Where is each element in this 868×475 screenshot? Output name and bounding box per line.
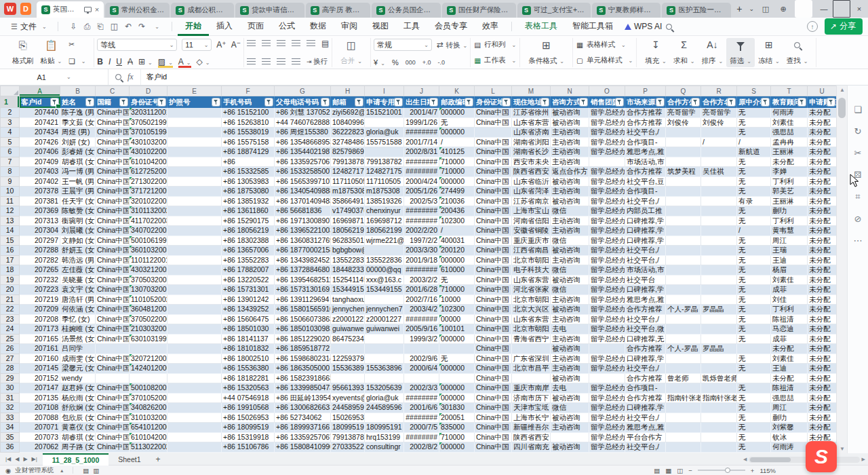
new-document-tab-button[interactable]: +: [732, 3, 746, 14]
clear-format-button[interactable]: ◇⌄: [197, 57, 210, 66]
cell[interactable]: 社交平台,/: [625, 314, 666, 324]
cell[interactable]: 留学总经办: [589, 196, 625, 206]
cell[interactable]: 未分配: [808, 196, 837, 206]
cell[interactable]: China中国: [96, 108, 130, 118]
cell[interactable]: 留学总经办: [589, 314, 625, 324]
cell[interactable]: [666, 285, 701, 295]
cell[interactable]: 合作方推荐: [625, 373, 666, 383]
cell[interactable]: 500108200203035125: [130, 383, 167, 394]
cell[interactable]: 胡睿琪 (女: [60, 432, 96, 442]
cell[interactable]: [167, 423, 222, 433]
cell[interactable]: 155363896: [365, 364, 404, 374]
cell[interactable]: 被动咨询: [551, 442, 589, 453]
cell[interactable]: 留学总经办: [589, 167, 625, 177]
cell[interactable]: China中国: [475, 235, 512, 246]
filter-dropdown-icon[interactable]: [827, 98, 835, 106]
row-number[interactable]: 28: [1, 364, 20, 374]
system-label-chevron-icon[interactable]: ▴: [60, 468, 63, 474]
cell[interactable]: 124827175: [365, 167, 404, 177]
cell[interactable]: 207402: [20, 176, 60, 187]
more-icon[interactable]: ⋯: [854, 235, 863, 246]
decrease-font-icon[interactable]: A⁻: [231, 40, 241, 50]
cell[interactable]: 未分配: [808, 265, 837, 276]
cell[interactable]: 2001/4/7: [404, 108, 439, 118]
cell[interactable]: 207369: [20, 206, 60, 216]
cell[interactable]: 合作方推荐: [625, 108, 666, 118]
cell[interactable]: 180995191: [365, 423, 404, 433]
cell-style-button[interactable]: ▢单元格样式⌄: [574, 55, 635, 66]
cell[interactable]: +86 56681836: [275, 206, 331, 216]
table-style-button[interactable]: ▦表格样式⌄: [574, 39, 635, 50]
cell[interactable]: [96, 344, 130, 354]
header-cell[interactable]: 邮箱: [331, 96, 365, 108]
cell[interactable]: 北京大兴区: [512, 305, 551, 315]
cell[interactable]: 未分配: [808, 314, 837, 324]
cell[interactable]: [96, 373, 130, 383]
cell[interactable]: [737, 344, 771, 354]
cell[interactable]: 成雨雯 (女: [60, 354, 96, 364]
row-number[interactable]: 2: [1, 108, 20, 118]
cell[interactable]: 王丽淋: [771, 196, 808, 206]
filter-dropdown-icon[interactable]: [616, 98, 623, 106]
cell[interactable]: 被动咨询: [551, 393, 589, 403]
cell[interactable]: 184482332: [331, 265, 365, 276]
cell[interactable]: 无: [737, 265, 771, 276]
cell[interactable]: China中国: [96, 255, 130, 265]
cell[interactable]: [167, 324, 222, 335]
cell[interactable]: China中国: [96, 432, 130, 442]
cell[interactable]: 102300: [439, 305, 475, 315]
cell[interactable]: 刘妍 (女): [60, 137, 96, 147]
cell[interactable]: 口碑推荐,无: [625, 334, 666, 344]
cell[interactable]: ziyi5692@: [331, 108, 365, 118]
menu-item-4[interactable]: 数据: [302, 17, 334, 35]
cell[interactable]: 合作项目-: [625, 137, 666, 147]
cell[interactable]: /: [701, 137, 737, 147]
cell[interactable]: 207313: [20, 216, 60, 226]
cell[interactable]: China中国: [96, 157, 130, 167]
cell[interactable]: 150269534: [331, 413, 365, 423]
cell[interactable]: 无: [737, 255, 771, 265]
cell[interactable]: 凯烁曾老师: [701, 373, 737, 383]
cell[interactable]: 207173: [20, 324, 60, 335]
cell[interactable]: 207265: [20, 265, 60, 276]
cell[interactable]: 去电: [551, 383, 589, 394]
italic-button[interactable]: I: [108, 57, 111, 66]
cell[interactable]: 重庆重庆市: [512, 235, 551, 246]
pane-icon[interactable]: ❏: [854, 104, 862, 115]
cell[interactable]: 130703200106280921: [130, 285, 167, 295]
cell[interactable]: 合作方推荐: [625, 117, 666, 128]
cell[interactable]: 370502199901260083: [130, 117, 167, 128]
cell[interactable]: 季忆 (女): [60, 314, 96, 324]
cell[interactable]: +86 18141137: [222, 334, 275, 344]
cell[interactable]: 河北省张家: [512, 285, 551, 295]
cell[interactable]: +86 13657006: [222, 246, 275, 256]
cell[interactable]: [167, 246, 222, 256]
cell[interactable]: 000000: [439, 176, 475, 187]
row-number[interactable]: 31: [1, 393, 20, 403]
cell[interactable]: [701, 255, 737, 265]
cell[interactable]: [167, 442, 222, 453]
cell[interactable]: +86 13728846801: [275, 265, 331, 276]
cell[interactable]: 留学总经办: [589, 294, 625, 305]
column-header-R[interactable]: R: [701, 86, 737, 96]
cell[interactable]: [666, 334, 701, 344]
cell[interactable]: 未分配: [808, 423, 837, 433]
cell[interactable]: China中国: [475, 137, 512, 147]
cell[interactable]: gloria@uk: [365, 128, 404, 138]
row-number[interactable]: 7: [1, 157, 20, 167]
cell[interactable]: 155751588: [365, 137, 404, 147]
rows-columns-button[interactable]: ▤行和列⌄: [472, 39, 518, 50]
cell[interactable]: +86 13439824521: [275, 255, 331, 265]
save-icon[interactable]: ⇩: [71, 22, 77, 31]
cell[interactable]: 刘俊伶: [701, 117, 737, 128]
cell[interactable]: [130, 344, 167, 354]
cell[interactable]: 未分配: [808, 275, 837, 285]
insert-function-button[interactable]: fx: [127, 72, 134, 82]
cell[interactable]: [701, 226, 737, 236]
cell[interactable]: 市场活动,市: [625, 157, 666, 167]
row-number[interactable]: 19: [1, 275, 20, 285]
cell[interactable]: [167, 117, 222, 128]
cell[interactable]: ########: [404, 393, 439, 403]
cell[interactable]: 胡睿琪 (女: [60, 157, 96, 167]
cell[interactable]: 无: [737, 314, 771, 324]
